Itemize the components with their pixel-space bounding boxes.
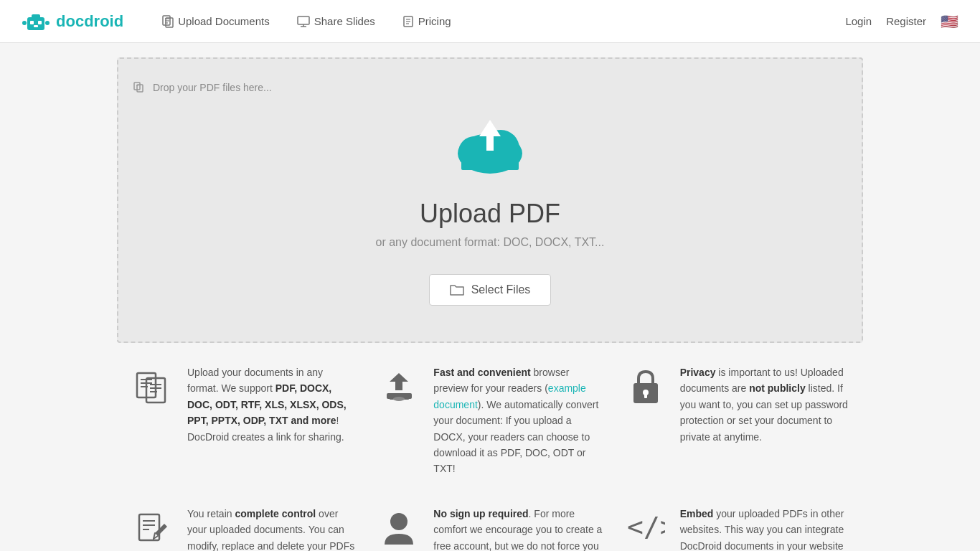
feature-formats-icon [131,364,174,407]
header: docdroid Upload Documents Share Slides P… [0,0,980,43]
nav-share-slides-label: Share Slides [314,15,375,27]
drop-hint: Drop your PDF files here... [133,80,847,95]
svg-point-2 [22,21,27,25]
select-files-button[interactable]: Select Files [429,274,552,306]
feature-embed: </> Embed your uploaded PDFs in other we… [624,506,849,551]
feature-nosignup-text: No sign up required. For more comfort we… [433,506,602,551]
drop-hint-icon [133,80,147,95]
logo-text: docdroid [56,12,123,31]
feature-control: You retain complete control over your up… [131,506,356,551]
feature-nosignup-icon [377,506,420,548]
cloud-upload-icon [447,109,533,181]
features-section: Upload your documents in any format. We … [117,364,863,551]
svg-rect-25 [461,149,519,170]
nav-share-slides[interactable]: Share Slides [287,9,385,33]
slides-icon [297,16,310,27]
svg-text:</>: </> [627,511,665,541]
language-flag[interactable]: 🇺🇸 [941,13,958,30]
feature-formats-text: Upload your documents in any format. We … [187,364,356,445]
nav-upload-documents[interactable]: Upload Documents [152,9,280,34]
feature-embed-text: Embed your uploaded PDFs in other websit… [680,506,849,551]
upload-subtitle: or any document format: DOC, DOCX, TXT..… [133,236,847,249]
nav-upload-documents-label: Upload Documents [178,15,270,27]
upload-area: Drop your PDF files here... Upload PDF o… [117,57,863,343]
svg-rect-0 [27,17,44,30]
svg-point-3 [45,21,50,25]
example-document-link[interactable]: example document [433,382,585,410]
feature-fast: Fast and convenient browser preview for … [377,364,602,477]
svg-point-47 [390,513,407,530]
feature-privacy: Privacy is important to us! Uploaded doc… [624,364,849,477]
feature-fast-text: Fast and convenient browser preview for … [433,364,602,477]
feature-privacy-text: Privacy is important to us! Uploaded doc… [680,364,849,445]
svg-point-37 [393,397,405,401]
folder-icon [450,283,464,296]
svg-rect-12 [298,17,309,24]
feature-privacy-icon [624,364,667,407]
feature-formats: Upload your documents in any format. We … [131,364,356,477]
upload-title: Upload PDF [133,199,847,229]
feature-control-text: You retain complete control over your up… [187,506,356,551]
logo[interactable]: docdroid [22,7,123,36]
register-link[interactable]: Register [886,15,926,27]
nav-pricing[interactable]: Pricing [392,9,461,34]
document-icon [162,15,174,28]
svg-rect-6 [34,25,38,27]
svg-rect-5 [38,21,42,24]
feature-nosignup: No sign up required. For more comfort we… [377,506,602,551]
feature-embed-icon: </> [624,506,667,541]
feature-control-icon [131,506,174,548]
feature-fast-icon [377,364,420,407]
login-link[interactable]: Login [845,15,872,27]
svg-rect-1 [32,14,40,19]
header-auth: Login Register 🇺🇸 [845,13,958,30]
nav-pricing-label: Pricing [418,15,451,27]
svg-rect-40 [644,392,647,398]
pricing-icon [402,15,414,28]
svg-rect-4 [30,21,34,24]
main-nav: Upload Documents Share Slides Pricing [152,9,845,34]
logo-icon [22,7,50,36]
